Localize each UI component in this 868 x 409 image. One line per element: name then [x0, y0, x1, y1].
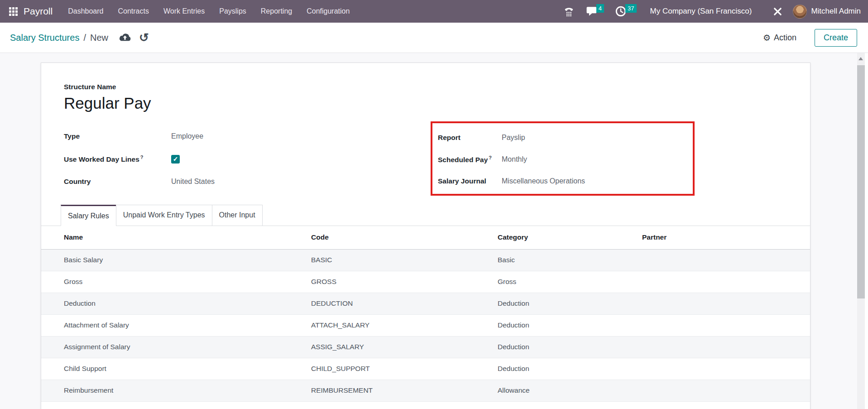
- cell-partner[interactable]: [642, 358, 810, 380]
- cell-partner[interactable]: [642, 401, 810, 409]
- save-cloud-icon[interactable]: [118, 33, 132, 43]
- vertical-scrollbar[interactable]: [857, 53, 865, 409]
- country-value[interactable]: United States: [171, 178, 215, 186]
- cell-code[interactable]: ASSIG_SALARY: [311, 336, 498, 358]
- salary-journal-label: Salary Journal: [438, 177, 486, 185]
- header-category[interactable]: Category: [498, 226, 642, 249]
- menu-work-entries[interactable]: Work Entries: [163, 0, 205, 23]
- navbar-systray: 4 37 My Company (San Francisco) Mitchell…: [552, 5, 861, 19]
- cell-code[interactable]: DEDUCTION: [311, 293, 498, 314]
- cell-code[interactable]: GROSS: [311, 271, 498, 293]
- cell-category[interactable]: Deduction: [498, 358, 642, 380]
- salary-journal-value[interactable]: Miscellaneous Operations: [502, 177, 585, 185]
- cell-category[interactable]: Basic: [498, 249, 642, 271]
- cell-category[interactable]: Deduction: [498, 336, 642, 358]
- table-row[interactable]: Gross GROSS Gross: [41, 271, 810, 293]
- table-row[interactable]: Deduction DEDUCTION Deduction: [41, 293, 810, 314]
- field-scheduled-pay: Scheduled Pay? Monthly: [438, 149, 693, 170]
- gear-icon: ⚙: [763, 33, 771, 43]
- cell-partner[interactable]: [642, 271, 810, 293]
- cell-name[interactable]: Deduction: [41, 293, 311, 314]
- scheduled-pay-value[interactable]: Monthly: [502, 155, 527, 164]
- voip-phone-icon[interactable]: [563, 6, 575, 17]
- use-worked-day-lines-checkbox[interactable]: ✓: [171, 155, 180, 164]
- menu-contracts[interactable]: Contracts: [118, 0, 149, 23]
- structure-name-label: Structure Name: [64, 83, 810, 91]
- salary-rules-table-body: Basic Salary BASIC Basic Gross GROSS Gro…: [41, 249, 810, 409]
- cell-code[interactable]: [311, 401, 498, 409]
- cell-name[interactable]: Child Support: [41, 358, 311, 380]
- cell-partner[interactable]: [642, 380, 810, 401]
- cell-category[interactable]: Deduction: [498, 314, 642, 336]
- cell-partner[interactable]: [642, 249, 810, 271]
- user-avatar[interactable]: [793, 5, 807, 19]
- field-salary-journal: Salary Journal Miscellaneous Operations: [438, 170, 693, 192]
- create-button[interactable]: Create: [815, 29, 857, 47]
- cell-partner[interactable]: [642, 336, 810, 358]
- use-worked-day-lines-label: Use Worked Day Lines: [64, 155, 139, 163]
- activities-count-badge[interactable]: 37: [625, 4, 636, 13]
- apps-menu-icon[interactable]: [9, 7, 18, 16]
- control-panel: Salary Structures / New ↺ ⚙ Action Creat…: [0, 23, 868, 53]
- cell-name[interactable]: Attachment of Salary: [41, 314, 311, 336]
- activities-clock-icon[interactable]: 37: [615, 5, 636, 17]
- table-row[interactable]: Basic Salary BASIC Basic: [41, 249, 810, 271]
- structure-name-value[interactable]: Regular Pay: [64, 93, 810, 113]
- company-switcher[interactable]: My Company (San Francisco): [650, 7, 752, 16]
- breadcrumb-parent-link[interactable]: Salary Structures: [10, 33, 79, 43]
- messages-count-badge[interactable]: 4: [596, 4, 604, 13]
- table-header-row: Name Code Category Partner: [41, 226, 810, 249]
- type-value[interactable]: Employee: [171, 132, 203, 140]
- form-fields: Type Employee Use Worked Day Lines? ✓ Co…: [41, 125, 810, 198]
- action-label: Action: [774, 33, 796, 43]
- table-row[interactable]: Assignment of Salary ASSIG_SALARY Deduct…: [41, 336, 810, 358]
- header-name[interactable]: Name: [41, 226, 311, 249]
- menu-reporting[interactable]: Reporting: [261, 0, 292, 23]
- action-menu-button[interactable]: ⚙ Action: [763, 33, 796, 43]
- cell-category[interactable]: Gross: [498, 271, 642, 293]
- app-title[interactable]: Payroll: [24, 6, 53, 17]
- cell-name[interactable]: Assignment of Salary: [41, 336, 311, 358]
- cell-category[interactable]: [498, 401, 642, 409]
- menu-configuration[interactable]: Configuration: [307, 0, 350, 23]
- cell-category[interactable]: Deduction: [498, 293, 642, 314]
- menu-dashboard[interactable]: Dashboard: [68, 0, 103, 23]
- window-edge: [865, 53, 868, 409]
- menu-payslips[interactable]: Payslips: [219, 0, 246, 23]
- report-label: Report: [438, 134, 460, 141]
- table-row[interactable]: [41, 401, 810, 409]
- table-row[interactable]: Child Support CHILD_SUPPORT Deduction: [41, 358, 810, 380]
- messages-icon[interactable]: 4: [585, 6, 604, 17]
- cell-code[interactable]: REIMBURSEMENT: [311, 380, 498, 401]
- cell-partner[interactable]: [642, 314, 810, 336]
- highlight-red-box: Report Payslip Scheduled Pay? Monthly Sa…: [431, 121, 695, 196]
- cell-code[interactable]: ATTACH_SALARY: [311, 314, 498, 336]
- field-report: Report Payslip: [438, 127, 693, 149]
- header-partner[interactable]: Partner: [642, 226, 810, 249]
- tab-unpaid-work-entry-types[interactable]: Unpaid Work Entry Types: [116, 205, 212, 226]
- breadcrumb-current: New: [90, 33, 108, 43]
- field-country: Country United States: [64, 170, 385, 193]
- cell-name[interactable]: [41, 401, 311, 409]
- country-label: Country: [64, 178, 91, 185]
- discard-undo-icon[interactable]: ↺: [139, 32, 149, 43]
- report-value[interactable]: Payslip: [502, 134, 525, 142]
- help-question-icon: ?: [489, 155, 492, 160]
- header-code[interactable]: Code: [311, 226, 498, 249]
- table-row[interactable]: Attachment of Salary ATTACH_SALARY Deduc…: [41, 314, 810, 336]
- cell-name[interactable]: Gross: [41, 271, 311, 293]
- cell-code[interactable]: BASIC: [311, 249, 498, 271]
- tab-salary-rules[interactable]: Salary Rules: [61, 205, 116, 226]
- cell-name[interactable]: Reimbursement: [41, 380, 311, 401]
- cell-category[interactable]: Allowance: [498, 380, 642, 401]
- cell-code[interactable]: CHILD_SUPPORT: [311, 358, 498, 380]
- tab-other-input[interactable]: Other Input: [212, 205, 263, 226]
- scrollbar-up-arrow-icon[interactable]: [858, 57, 863, 60]
- cell-partner[interactable]: [642, 293, 810, 314]
- table-row[interactable]: Reimbursement REIMBURSEMENT Allowance: [41, 380, 810, 401]
- content-area: Structure Name Regular Pay Type Employee…: [0, 53, 868, 409]
- user-menu[interactable]: Mitchell Admin: [811, 7, 861, 16]
- cell-name[interactable]: Basic Salary: [41, 249, 311, 271]
- scrollbar-thumb[interactable]: [857, 65, 865, 298]
- debug-tools-icon[interactable]: [772, 6, 783, 17]
